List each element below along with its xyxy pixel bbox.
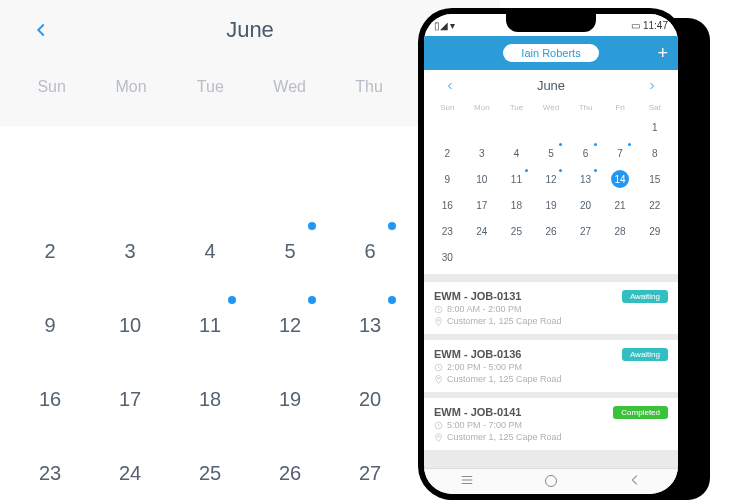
calendar-day[interactable]: 7 xyxy=(603,142,638,164)
event-dot-icon xyxy=(308,296,316,304)
calendar-day[interactable]: 2 xyxy=(430,142,465,164)
calendar-day[interactable]: 22 xyxy=(637,194,672,216)
calendar-day[interactable]: 30 xyxy=(430,246,465,268)
calendar-day[interactable]: 17 xyxy=(465,194,500,216)
calendar-day[interactable]: 19 xyxy=(260,372,320,426)
calendar-day[interactable]: 4 xyxy=(180,224,240,278)
calendar-day[interactable]: 6 xyxy=(340,224,400,278)
calendar-day[interactable]: 27 xyxy=(568,220,603,242)
day-header: Sat xyxy=(637,103,672,112)
mobile-calendar-grid: 1234567891011121314151617181920212223242… xyxy=(430,116,672,268)
calendar-day[interactable]: 26 xyxy=(534,220,569,242)
job-location: Customer 1, 125 Cape Road xyxy=(434,316,668,326)
nav-recent[interactable] xyxy=(460,473,474,490)
day-header: Wed xyxy=(534,103,569,112)
mobile-calendar-header: June xyxy=(430,78,672,99)
calendar-day[interactable]: 15 xyxy=(637,168,672,190)
day-header: Fri xyxy=(603,103,638,112)
calendar-day[interactable]: 12 xyxy=(260,298,320,352)
mobile-next-month[interactable] xyxy=(646,80,658,92)
calendar-day[interactable]: 8 xyxy=(637,142,672,164)
calendar-day[interactable]: 28 xyxy=(603,220,638,242)
calendar-day[interactable]: 9 xyxy=(430,168,465,190)
clock-icon xyxy=(434,363,443,372)
calendar-day[interactable]: 11 xyxy=(499,168,534,190)
calendar-day[interactable]: 26 xyxy=(260,446,320,500)
calendar-day[interactable]: 18 xyxy=(180,372,240,426)
signal-icons: ▯◢▾ xyxy=(434,20,457,31)
day-header: Mon xyxy=(465,103,500,112)
calendar-day[interactable]: 4 xyxy=(499,142,534,164)
event-dot-icon xyxy=(525,169,528,172)
calendar-day[interactable]: 20 xyxy=(568,194,603,216)
battery-time: ▭ 11:47 xyxy=(631,20,668,31)
calendar-day[interactable]: 21 xyxy=(603,194,638,216)
calendar-day[interactable]: 18 xyxy=(499,194,534,216)
mobile-prev-month[interactable] xyxy=(444,80,456,92)
calendar-day[interactable]: 5 xyxy=(260,224,320,278)
calendar-day[interactable]: 1 xyxy=(637,116,672,138)
add-button[interactable]: + xyxy=(657,43,668,64)
job-card[interactable]: EWM - JOB-01415:00 PM - 7:00 PMCustomer … xyxy=(424,398,678,450)
prev-month-button[interactable] xyxy=(30,19,52,41)
calendar-day[interactable]: 23 xyxy=(430,220,465,242)
phone-mockup: ▯◢▾ ▭ 11:47 Iain Roberts + June SunMonTu… xyxy=(418,8,684,500)
app-bar: Iain Roberts + xyxy=(424,36,678,70)
calendar-day[interactable]: 20 xyxy=(340,372,400,426)
android-navbar xyxy=(424,468,678,494)
job-location: Customer 1, 125 Cape Road xyxy=(434,374,668,384)
job-time: 5:00 PM - 7:00 PM xyxy=(434,420,668,430)
calendar-day[interactable]: 3 xyxy=(100,224,160,278)
svg-point-1 xyxy=(438,319,440,321)
phone-notch xyxy=(506,14,596,32)
job-card[interactable]: EWM - JOB-01318:00 AM - 2:00 PMCustomer … xyxy=(424,282,678,334)
day-header: Wed xyxy=(250,78,329,96)
calendar-day[interactable]: 3 xyxy=(465,142,500,164)
user-pill[interactable]: Iain Roberts xyxy=(503,44,598,62)
calendar-day[interactable]: 12 xyxy=(534,168,569,190)
calendar-day[interactable]: 23 xyxy=(20,446,80,500)
calendar-day[interactable]: 16 xyxy=(430,194,465,216)
calendar-day[interactable]: 13 xyxy=(568,168,603,190)
clock-icon xyxy=(434,421,443,430)
calendar-day[interactable]: 11 xyxy=(180,298,240,352)
event-dot-icon xyxy=(559,143,562,146)
calendar-day[interactable]: 9 xyxy=(20,298,80,352)
calendar-day[interactable]: 19 xyxy=(534,194,569,216)
job-card[interactable]: EWM - JOB-01362:00 PM - 5:00 PMCustomer … xyxy=(424,340,678,392)
day-header: Tue xyxy=(499,103,534,112)
clock-icon xyxy=(434,305,443,314)
calendar-day[interactable]: 5 xyxy=(534,142,569,164)
event-dot-icon xyxy=(594,143,597,146)
svg-point-5 xyxy=(438,435,440,437)
nav-back[interactable] xyxy=(628,473,642,490)
calendar-day[interactable]: 29 xyxy=(637,220,672,242)
event-dot-icon xyxy=(228,296,236,304)
calendar-day[interactable]: 13 xyxy=(340,298,400,352)
mobile-day-headers: SunMonTueWedThuFriSat xyxy=(430,99,672,116)
day-header: Mon xyxy=(91,78,170,96)
chevron-left-icon xyxy=(30,19,52,41)
calendar-day[interactable]: 2 xyxy=(20,224,80,278)
calendar-day[interactable]: 27 xyxy=(340,446,400,500)
calendar-day[interactable]: 10 xyxy=(100,298,160,352)
calendar-day[interactable]: 24 xyxy=(465,220,500,242)
status-badge: Awaiting xyxy=(622,348,668,361)
event-dot-icon xyxy=(628,143,631,146)
chevron-right-icon xyxy=(646,80,658,92)
calendar-day[interactable]: 10 xyxy=(465,168,500,190)
calendar-day[interactable]: 6 xyxy=(568,142,603,164)
calendar-day[interactable]: 25 xyxy=(180,446,240,500)
status-badge: Awaiting xyxy=(622,290,668,303)
event-dot-icon xyxy=(388,296,396,304)
chevron-left-icon xyxy=(444,80,456,92)
calendar-day-selected[interactable]: 14 xyxy=(611,170,629,188)
mobile-calendar: June SunMonTueWedThuFriSat 1234567891011… xyxy=(424,70,678,274)
calendar-day[interactable]: 16 xyxy=(20,372,80,426)
nav-home[interactable] xyxy=(545,474,557,490)
calendar-day[interactable]: 17 xyxy=(100,372,160,426)
day-header: Sun xyxy=(12,78,91,96)
phone-screen: ▯◢▾ ▭ 11:47 Iain Roberts + June SunMonTu… xyxy=(424,14,678,494)
calendar-day[interactable]: 24 xyxy=(100,446,160,500)
calendar-day[interactable]: 25 xyxy=(499,220,534,242)
